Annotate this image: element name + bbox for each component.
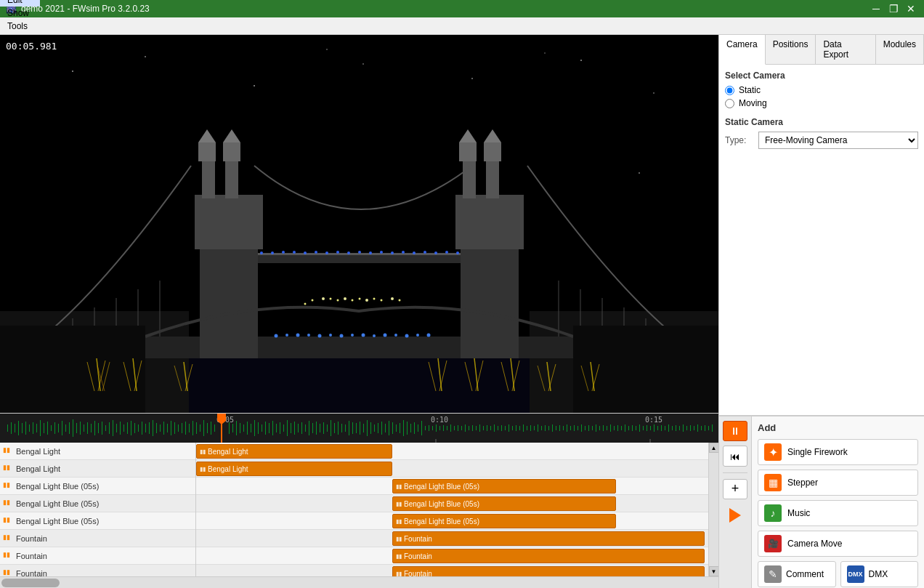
svg-rect-179 xyxy=(236,421,237,435)
svg-rect-285 xyxy=(621,426,622,430)
tab-modules[interactable]: Modules xyxy=(876,35,924,64)
svg-rect-274 xyxy=(581,424,582,432)
svg-point-104 xyxy=(315,251,317,254)
svg-rect-134 xyxy=(62,421,62,435)
restore-button[interactable]: ❐ xyxy=(886,3,901,15)
bottom-right-area: ⏸ ⏮ + Add ✦ Single Firework ▦ xyxy=(719,415,924,588)
track-block-row-1: ▮▮Bengal Light xyxy=(196,460,708,478)
svg-rect-249 xyxy=(490,426,491,430)
svg-rect-174 xyxy=(207,423,208,433)
menu-item-edit[interactable]: Edit xyxy=(0,0,40,7)
track-block-7-0[interactable]: ▮▮Fountain xyxy=(392,566,705,576)
titlebar-controls[interactable]: ─ ❐ ✕ xyxy=(869,3,918,15)
svg-rect-137 xyxy=(73,419,73,437)
svg-rect-159 xyxy=(153,420,153,436)
svg-rect-228 xyxy=(414,422,415,434)
moving-radio-row: Moving xyxy=(725,98,918,108)
minimize-button[interactable]: ─ xyxy=(869,3,883,15)
svg-rect-260 xyxy=(530,425,531,431)
svg-rect-144 xyxy=(98,423,99,433)
svg-rect-290 xyxy=(639,424,640,432)
close-button[interactable]: ✕ xyxy=(904,3,918,15)
svg-rect-178 xyxy=(232,424,233,432)
svg-rect-282 xyxy=(610,424,611,432)
svg-rect-286 xyxy=(625,424,625,432)
svg-rect-148 xyxy=(113,420,113,436)
track-block-5-0[interactable]: ▮▮Fountain xyxy=(392,531,705,546)
svg-rect-28 xyxy=(484,142,501,161)
track-block-6-0[interactable]: ▮▮Fountain xyxy=(392,549,705,563)
track-block-1-0[interactable]: ▮▮Bengal Light xyxy=(196,462,392,476)
track-labels: ▮▮Bengal Light▮▮Bengal Light▮▮Bengal Lig… xyxy=(0,443,196,576)
tracks-container: ▮▮Bengal Light▮▮Bengal Light▮▮Bengal Lig… xyxy=(0,443,718,576)
main-layout: 00:05.981 xyxy=(0,35,924,588)
svg-rect-156 xyxy=(142,422,142,435)
tab-positions[interactable]: Positions xyxy=(766,35,816,64)
svg-rect-305 xyxy=(694,426,694,430)
scroll-down-button[interactable]: ▼ xyxy=(709,566,719,576)
svg-rect-232 xyxy=(429,425,429,431)
track-block-row-0: ▮▮Bengal Light xyxy=(196,443,708,460)
svg-point-101 xyxy=(282,251,285,254)
svg-rect-123 xyxy=(22,423,23,433)
h-scrollbar[interactable] xyxy=(0,576,718,588)
track-scrollbar[interactable]: ▲ ▼ xyxy=(708,443,718,576)
svg-point-9 xyxy=(326,49,328,50)
svg-rect-142 xyxy=(91,424,92,432)
tab-data-export[interactable]: Data Export xyxy=(816,35,875,64)
moving-radio[interactable] xyxy=(725,99,734,108)
waveform-bar[interactable]: 0:05 0:10 0:15 xyxy=(0,414,718,443)
svg-rect-200 xyxy=(312,423,313,433)
pause-button[interactable]: ⏸ xyxy=(723,421,747,441)
add-camera-move-button[interactable]: 🎥 Camera Move xyxy=(758,531,918,557)
camera-type-select[interactable]: Free-Moving Camera Fixed Camera Orbit Ca… xyxy=(758,132,918,149)
track-icon-7: ▮▮ xyxy=(3,568,13,577)
svg-rect-220 xyxy=(385,424,386,432)
h-scrollbar-thumb[interactable] xyxy=(1,579,60,587)
svg-rect-264 xyxy=(545,425,546,431)
track-content[interactable]: ▮▮Bengal Light▮▮Bengal Light▮▮Bengal Lig… xyxy=(196,443,708,576)
static-radio[interactable] xyxy=(725,86,734,95)
svg-text:0:15: 0:15 xyxy=(645,416,662,424)
svg-rect-151 xyxy=(123,424,124,432)
track-block-3-0[interactable]: ▮▮Bengal Light Blue (05s) xyxy=(392,496,616,511)
svg-rect-278 xyxy=(596,424,596,432)
track-label-row-5: ▮▮Fountain xyxy=(0,530,195,547)
track-block-0-0[interactable]: ▮▮Bengal Light xyxy=(196,444,392,459)
svg-rect-259 xyxy=(527,426,527,430)
svg-rect-307 xyxy=(701,426,702,430)
scroll-up-button[interactable]: ▲ xyxy=(709,443,719,453)
add-stepper-button[interactable]: ▦ Stepper xyxy=(758,470,918,496)
track-label-text-7: Fountain xyxy=(16,569,47,577)
menu-item-tools[interactable]: Tools xyxy=(0,20,40,33)
add-single-firework-button[interactable]: ✦ Single Firework xyxy=(758,439,918,465)
svg-point-50 xyxy=(329,334,332,337)
svg-rect-298 xyxy=(668,424,669,432)
svg-rect-125 xyxy=(29,424,30,432)
camera-move-icon: 🎥 xyxy=(764,535,782,552)
svg-point-95 xyxy=(373,298,376,300)
svg-point-5 xyxy=(471,78,473,79)
svg-rect-257 xyxy=(519,426,520,430)
track-block-2-0[interactable]: ▮▮Bengal Light Blue (05s) xyxy=(392,479,616,494)
add-comment-button[interactable]: ✎ Comment xyxy=(758,561,836,587)
svg-rect-288 xyxy=(632,425,633,431)
tab-camera[interactable]: Camera xyxy=(719,35,766,65)
svg-point-94 xyxy=(365,299,368,302)
svg-rect-122 xyxy=(18,421,19,435)
add-dmx-button[interactable]: DMX DMX xyxy=(840,561,919,587)
svg-rect-172 xyxy=(200,424,200,432)
svg-rect-161 xyxy=(160,424,161,432)
add-music-button[interactable]: ♪ Music xyxy=(758,500,918,526)
svg-rect-280 xyxy=(603,425,604,431)
rewind-button[interactable]: ⏮ xyxy=(723,446,747,466)
svg-rect-226 xyxy=(407,422,408,435)
svg-rect-269 xyxy=(563,426,564,430)
svg-rect-254 xyxy=(508,424,509,432)
menu-item-show[interactable]: Show xyxy=(0,7,40,20)
track-block-4-0[interactable]: ▮▮Bengal Light Blue (05s) xyxy=(392,514,616,528)
svg-rect-140 xyxy=(84,424,84,432)
svg-rect-147 xyxy=(109,422,110,434)
add-track-button[interactable]: + xyxy=(723,479,747,499)
svg-rect-168 xyxy=(185,422,186,435)
